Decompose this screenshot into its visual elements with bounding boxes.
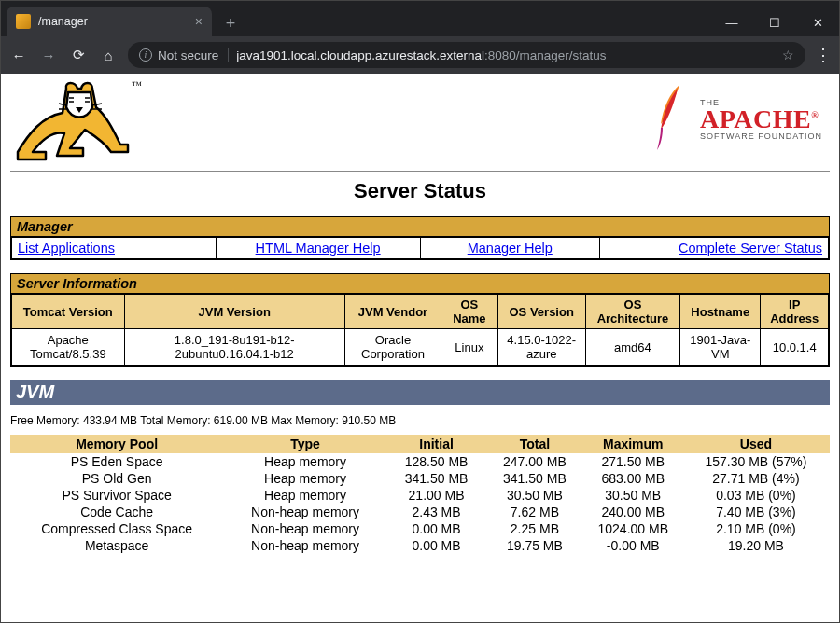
memory-pool-table: Memory Pool Type Initial Total Maximum U… [10, 435, 830, 554]
col-jvm-version: JVM Version [124, 295, 344, 329]
manager-section: Manager List Applications HTML Manager H… [10, 216, 830, 260]
security-indicator[interactable]: i Not secure [139, 48, 229, 62]
browser-toolbar: ← → ⟳ ⌂ i Not secure java1901.local.clou… [1, 36, 839, 74]
manager-heading: Manager [11, 217, 829, 237]
url-path: :8080/manager/status [484, 48, 607, 62]
pool-row: PS Old GenHeap memory341.50 MB341.50 MB6… [10, 470, 830, 487]
nav-home-button[interactable]: ⌂ [98, 48, 119, 63]
link-manager-help[interactable]: Manager Help [468, 241, 553, 256]
val-ip: 10.0.1.4 [761, 329, 829, 366]
server-info-data-row: Apache Tomcat/8.5.39 1.8.0_191-8u191-b12… [12, 329, 829, 366]
tab-close-icon[interactable]: × [195, 14, 203, 29]
pool-cell-max: 30.50 MB [584, 487, 682, 504]
col-ip: IP Address [761, 295, 829, 329]
pool-cell-total: 30.50 MB [485, 487, 583, 504]
pool-cell-type: Non-heap memory [223, 520, 387, 537]
window-minimize-button[interactable]: ― [710, 8, 753, 36]
info-icon: i [139, 48, 152, 62]
pool-cell-initial: 341.50 MB [387, 470, 485, 487]
pool-cell-name: Code Cache [10, 504, 223, 520]
val-jvm-version: 1.8.0_191-8u191-b12-2ubuntu0.16.04.1-b12 [124, 329, 344, 366]
col-os-version: OS Version [497, 295, 585, 329]
val-os-version: 4.15.0-1022-azure [497, 329, 585, 366]
pool-row: Compressed Class SpaceNon-heap memory0.0… [10, 520, 830, 537]
feather-icon [651, 83, 693, 156]
pool-cell-used: 19.20 MB [682, 537, 830, 554]
pool-col-type: Type [223, 435, 387, 453]
pool-cell-max: -0.00 MB [584, 537, 682, 554]
pool-cell-type: Non-heap memory [223, 537, 387, 554]
server-info-heading: Server Information [11, 274, 829, 294]
col-os-name: OS Name [441, 295, 498, 329]
server-info-header-row: Tomcat Version JVM Version JVM Vendor OS… [12, 295, 829, 329]
page-header: ™ THE APACHE® SOFTWARE FOUNDATION [10, 79, 830, 165]
pool-cell-total: 7.62 MB [485, 504, 583, 520]
address-bar[interactable]: i Not secure java1901.local.cloudapp.azu… [128, 42, 805, 68]
col-jvm-vendor: JVM Vendor [344, 295, 441, 329]
pool-col-total: Total [485, 435, 583, 453]
pool-header-row: Memory Pool Type Initial Total Maximum U… [10, 435, 830, 453]
browser-menu-button[interactable]: ⋮ [815, 45, 832, 65]
pool-cell-max: 683.00 MB [584, 470, 682, 487]
tab-title: /manager [38, 15, 88, 28]
pool-cell-name: PS Eden Space [10, 453, 223, 470]
val-jvm-vendor: Oracle Corporation [344, 329, 441, 366]
pool-cell-initial: 2.43 MB [387, 504, 485, 520]
manager-links-row: List Applications HTML Manager Help Mana… [12, 238, 829, 259]
jvm-memory-summary: Free Memory: 433.94 MB Total Memory: 619… [10, 414, 830, 427]
pool-cell-initial: 128.50 MB [387, 453, 485, 470]
server-info-section: Server Information Tomcat Version JVM Ve… [10, 273, 830, 367]
window-controls: ― ☐ ✕ [710, 8, 839, 36]
apache-foundation: SOFTWARE FOUNDATION [700, 132, 822, 141]
pool-row: Code CacheNon-heap memory2.43 MB7.62 MB2… [10, 504, 830, 520]
pool-cell-type: Heap memory [223, 487, 387, 504]
divider [10, 171, 830, 172]
pool-cell-name: Metaspace [10, 537, 223, 554]
col-os-arch: OS Architecture [585, 295, 679, 329]
page-title: Server Status [10, 179, 830, 203]
pool-cell-used: 27.71 MB (4%) [682, 470, 830, 487]
pool-col-initial: Initial [387, 435, 485, 453]
trademark-symbol: ™ [132, 79, 142, 90]
window-close-button[interactable]: ✕ [796, 8, 839, 36]
nav-reload-button[interactable]: ⟳ [68, 47, 89, 63]
link-list-applications[interactable]: List Applications [18, 241, 115, 256]
nav-forward-button[interactable]: → [38, 48, 59, 63]
pool-cell-total: 2.25 MB [485, 520, 583, 537]
link-complete-server-status[interactable]: Complete Server Status [679, 241, 822, 256]
pool-cell-name: PS Survivor Space [10, 487, 223, 504]
pool-cell-max: 240.00 MB [584, 504, 682, 520]
col-hostname: Hostname [680, 295, 761, 329]
pool-row: MetaspaceNon-heap memory0.00 MB19.75 MB-… [10, 537, 830, 554]
pool-cell-max: 271.50 MB [584, 453, 682, 470]
pool-cell-initial: 0.00 MB [387, 520, 485, 537]
pool-cell-total: 247.00 MB [485, 453, 583, 470]
browser-chrome: /manager × + ― ☐ ✕ ← → ⟳ ⌂ i Not secure … [1, 1, 839, 74]
page-viewport[interactable]: ™ THE APACHE® SOFTWARE FOUNDATION [1, 74, 839, 622]
pool-cell-total: 341.50 MB [485, 470, 583, 487]
page-body: ™ THE APACHE® SOFTWARE FOUNDATION [1, 74, 839, 573]
col-tomcat-version: Tomcat Version [12, 295, 125, 329]
new-tab-button[interactable]: + [217, 10, 244, 36]
pool-cell-name: Compressed Class Space [10, 520, 223, 537]
val-os-arch: amd64 [585, 329, 679, 366]
pool-col-name: Memory Pool [10, 435, 223, 453]
browser-tab[interactable]: /manager × [7, 7, 212, 36]
link-html-manager-help[interactable]: HTML Manager Help [256, 241, 381, 256]
pool-cell-used: 0.03 MB (0%) [682, 487, 830, 504]
nav-back-button[interactable]: ← [8, 48, 29, 63]
pool-row: PS Eden SpaceHeap memory128.50 MB247.00 … [10, 453, 830, 470]
bookmark-star-icon[interactable]: ☆ [782, 48, 794, 62]
not-secure-label: Not secure [158, 48, 218, 62]
val-os-name: Linux [441, 329, 498, 366]
pool-cell-max: 1024.00 MB [584, 520, 682, 537]
pool-cell-initial: 0.00 MB [387, 537, 485, 554]
jvm-heading: JVM [10, 380, 830, 405]
pool-col-max: Maximum [584, 435, 682, 453]
pool-cell-used: 2.10 MB (0%) [682, 520, 830, 537]
apache-logo: THE APACHE® SOFTWARE FOUNDATION [651, 79, 830, 156]
window-maximize-button[interactable]: ☐ [753, 8, 796, 36]
tomcat-logo: ™ [10, 79, 142, 165]
pool-cell-type: Heap memory [223, 470, 387, 487]
val-hostname: 1901-Java-VM [680, 329, 761, 366]
